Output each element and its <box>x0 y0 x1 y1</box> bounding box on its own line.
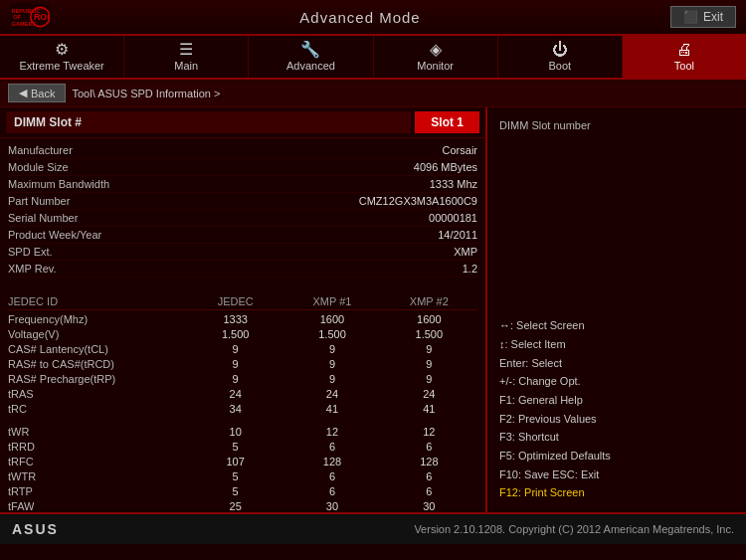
tab-boot[interactable]: ⏻ Boot <box>498 36 623 78</box>
timing-row-tcl: CAS# Lantency(tCL) 9 9 9 <box>8 342 477 357</box>
tab-monitor-label: Monitor <box>417 60 454 72</box>
twtr-xmp2: 6 <box>381 470 477 482</box>
tcl-xmp1: 9 <box>283 343 380 355</box>
tras-xmp1: 24 <box>283 388 380 400</box>
header: REPUBLIC OF GAMERS ROG Advanced Mode ⬛ E… <box>0 0 746 36</box>
shortcut-f2: F2: Previous Values <box>499 410 734 429</box>
jedec-col-header: JEDEC <box>187 295 283 307</box>
trtp-jedec: 5 <box>187 485 283 497</box>
breadcrumb-path: Tool\ ASUS SPD Information > <box>72 88 220 99</box>
tfaw-jedec: 25 <box>187 500 283 512</box>
frequency-xmp1: 1600 <box>283 313 380 325</box>
back-button[interactable]: ◀ Back <box>8 84 66 102</box>
trcd-xmp1: 9 <box>283 358 380 370</box>
rog-logo-area: REPUBLIC OF GAMERS ROG <box>10 3 50 31</box>
frequency-xmp2: 1600 <box>381 313 477 325</box>
product-week-label: Product Week/Year <box>8 229 187 241</box>
advanced-icon: 🔧 <box>300 42 320 58</box>
tab-tool[interactable]: 🖨 Tool <box>623 36 746 78</box>
tab-extreme-tweaker[interactable]: ⚙ Extreme Tweaker <box>0 36 124 78</box>
tab-monitor[interactable]: ◈ Monitor <box>374 36 498 78</box>
module-size-value: 4096 MBytes <box>187 161 477 173</box>
shortcut-change-opt: +/-: Change Opt. <box>499 372 734 391</box>
module-size-label: Module Size <box>8 161 187 173</box>
right-panel: DIMM Slot number ↔: Select Screen ↕: Sel… <box>487 107 746 512</box>
twr-label: tWR <box>8 426 187 438</box>
timing-row-trc: tRC 34 41 41 <box>8 402 477 417</box>
tcl-xmp2: 9 <box>381 343 477 355</box>
serial-number-label: Serial Number <box>8 212 187 224</box>
info-row-max-bandwidth: Maximum Bandwidth 1333 Mhz <box>8 176 477 193</box>
xmp-rev-label: XMP Rev. <box>8 263 187 275</box>
trfc-xmp1: 128 <box>283 456 380 467</box>
tab-tool-label: Tool <box>674 60 694 72</box>
info-row-manufacturer: Manufacturer Corsair <box>8 142 477 159</box>
info-row-xmp-rev: XMP Rev. 1.2 <box>8 261 477 278</box>
part-number-label: Part Number <box>8 195 187 207</box>
tcl-jedec: 9 <box>187 343 283 355</box>
asus-logo: ASUS <box>12 521 59 537</box>
svg-text:OF: OF <box>13 14 21 20</box>
shortcut-enter: Enter: Select <box>499 354 734 373</box>
extreme-tweaker-icon: ⚙ <box>55 42 69 58</box>
monitor-icon: ◈ <box>430 42 442 58</box>
tab-extreme-tweaker-label: Extreme Tweaker <box>19 60 103 72</box>
timing-row-trtp: tRTP 5 6 6 <box>8 484 477 499</box>
info-row-serial-number: Serial Number 00000181 <box>8 210 477 227</box>
trtp-label: tRTP <box>8 485 187 497</box>
footer: ASUS Version 2.10.1208. Copyright (C) 20… <box>0 512 746 544</box>
nav-tabs: ⚙ Extreme Tweaker ☰ Main 🔧 Advanced ◈ Mo… <box>0 36 746 80</box>
exit-icon: ⬛ <box>683 10 698 24</box>
trc-xmp2: 41 <box>381 403 477 415</box>
trtp-xmp2: 6 <box>381 485 477 497</box>
tfaw-xmp1: 30 <box>283 500 380 512</box>
timing-row-voltage: Voltage(V) 1.500 1.500 1.500 <box>8 327 477 342</box>
trp-xmp2: 9 <box>381 373 477 385</box>
part-number-value: CMZ12GX3M3A1600C9 <box>187 195 477 207</box>
shortcut-select-item: ↕: Select Item <box>499 335 734 354</box>
main-content: DIMM Slot # Slot 1 Manufacturer Corsair … <box>0 107 746 512</box>
timing-row-tfaw: tFAW 25 30 30 <box>8 499 477 512</box>
main-icon: ☰ <box>179 42 193 58</box>
twr-xmp2: 12 <box>381 426 477 438</box>
trc-xmp1: 41 <box>283 403 380 415</box>
trp-xmp1: 9 <box>283 373 380 385</box>
info-row-module-size: Module Size 4096 MBytes <box>8 159 477 176</box>
timing-row-twtr: tWTR 5 6 6 <box>8 469 477 484</box>
tcl-label: CAS# Lantency(tCL) <box>8 343 187 355</box>
trcd-label: RAS# to CAS#(tRCD) <box>8 358 187 370</box>
frequency-jedec: 1333 <box>187 313 283 325</box>
jedec-id-header: JEDEC ID <box>8 295 187 307</box>
timing-row-trrd: tRRD 5 6 6 <box>8 440 477 455</box>
shortcut-f10: F10: Save ESC: Exit <box>499 466 734 484</box>
dimm-slot-title: DIMM Slot # <box>6 111 411 133</box>
info-table: Manufacturer Corsair Module Size 4096 MB… <box>0 138 485 281</box>
timing-row-trp: RAS# Precharge(tRP) 9 9 9 <box>8 372 477 387</box>
max-bandwidth-label: Maximum Bandwidth <box>8 178 187 190</box>
serial-number-value: 00000181 <box>187 212 477 224</box>
timing-row-tras: tRAS 24 24 24 <box>8 387 477 402</box>
slot-button[interactable]: Slot 1 <box>415 111 479 133</box>
xmp-rev-value: 1.2 <box>187 263 477 275</box>
breadcrumb: ◀ Back Tool\ ASUS SPD Information > <box>0 80 746 107</box>
left-panel: DIMM Slot # Slot 1 Manufacturer Corsair … <box>0 107 487 512</box>
twr-jedec: 10 <box>187 426 283 438</box>
trrd-label: tRRD <box>8 441 187 453</box>
trp-jedec: 9 <box>187 373 283 385</box>
back-arrow-icon: ◀ <box>19 87 27 99</box>
exit-button[interactable]: ⬛ Exit <box>670 6 736 28</box>
spd-ext-value: XMP <box>187 246 477 258</box>
dimm-header: DIMM Slot # Slot 1 <box>0 107 485 138</box>
tab-advanced[interactable]: 🔧 Advanced <box>249 36 373 78</box>
tab-boot-label: Boot <box>548 60 571 72</box>
rog-logo-icon: REPUBLIC OF GAMERS ROG <box>10 3 50 31</box>
manufacturer-label: Manufacturer <box>8 144 187 156</box>
trrd-jedec: 5 <box>187 441 283 453</box>
trcd-jedec: 9 <box>187 358 283 370</box>
tab-main-label: Main <box>174 60 198 72</box>
info-row-product-week: Product Week/Year 14/2011 <box>8 227 477 244</box>
tab-main[interactable]: ☰ Main <box>124 36 249 78</box>
xmp2-col-header: XMP #2 <box>381 295 477 307</box>
timing-row-twr: tWR 10 12 12 <box>8 425 477 440</box>
help-description: DIMM Slot number <box>499 117 734 310</box>
